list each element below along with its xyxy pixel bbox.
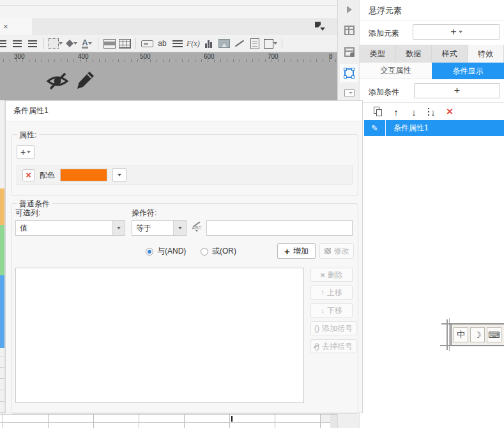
and-radio[interactable]: 与(AND) [146, 246, 186, 257]
radio-unselected-icon [201, 248, 208, 256]
condition-list-item-selected[interactable]: ✎ 条件属性1 [364, 120, 504, 136]
widget-dropdown-glyph [344, 89, 355, 96]
condition-value-input[interactable] [206, 220, 353, 236]
document-tab[interactable]: × [0, 18, 33, 35]
operator-select[interactable]: 等于 [132, 220, 187, 236]
chart-icon[interactable] [202, 36, 215, 50]
ime-keyboard-button[interactable]: ⌨ [487, 327, 501, 342]
dialog-body: 属性: + × 配色 普通条件 [6, 121, 362, 413]
move-up-label: 上移 [327, 287, 342, 298]
add-element-dropdown[interactable]: + [413, 24, 500, 40]
align-right-icon[interactable] [26, 36, 39, 50]
floating-element-panel-icon[interactable] [338, 64, 360, 82]
grid-cell[interactable] [321, 415, 330, 422]
design-canvas[interactable] [0, 62, 339, 100]
image-glyph [218, 39, 230, 48]
tab-type[interactable]: 类型 [360, 45, 396, 63]
formula-editor-icon[interactable]: ABC [190, 218, 204, 237]
align-right-glyph [28, 40, 37, 47]
text-ab-icon[interactable]: ab [156, 36, 169, 50]
align-left-glyph [0, 40, 6, 47]
toolbar-separator [282, 38, 282, 49]
merge-cells-icon[interactable] [103, 36, 116, 50]
operator-label: 操作符: [132, 208, 157, 218]
add-parentheses-button[interactable]: () 添加括号 [310, 321, 356, 335]
add-attribute-button[interactable]: + [17, 145, 34, 159]
shape-icon[interactable] [264, 36, 277, 50]
tab-style[interactable]: 样式 [432, 45, 468, 63]
delete-attribute-button[interactable]: × [22, 169, 34, 181]
arrow-down-icon: ↓ [321, 306, 325, 315]
ime-chinese-mode-button[interactable]: 中 [454, 327, 468, 342]
add-element-label: 添加元素 [369, 28, 399, 39]
ime-fullwidth-moon-button[interactable]: ☽ [470, 327, 485, 342]
dock-arrow-icon [320, 27, 325, 31]
dock-panel-icon[interactable] [315, 22, 325, 31]
chevron-down-icon [118, 174, 121, 176]
pencil-icon[interactable] [75, 70, 96, 91]
copy-glyph [374, 107, 383, 117]
add-condition-button[interactable]: + 增加 [277, 243, 316, 259]
copy-icon[interactable] [371, 105, 385, 119]
plus-icon: + [454, 85, 460, 96]
line-icon[interactable] [233, 36, 246, 50]
column-select[interactable]: 值 [15, 220, 125, 236]
row-line [0, 367, 4, 368]
collapse-panel-icon[interactable] [338, 6, 360, 13]
remove-parentheses-button[interactable]: () 去掉括号 [310, 339, 356, 353]
ime-toolbar: 中 ☽ ⌨ [450, 323, 504, 346]
align-center-icon[interactable] [11, 36, 24, 50]
subtab-interaction[interactable]: 交互属性 [360, 63, 432, 79]
color-dropdown-button[interactable] [112, 168, 126, 182]
widget-panel-icon[interactable] [338, 89, 360, 96]
report-block-icon[interactable] [248, 36, 261, 50]
row-indicator-orange [0, 188, 4, 225]
color-swatch[interactable] [60, 169, 107, 181]
tab-data[interactable]: 数据 [396, 45, 432, 63]
or-radio[interactable]: 或(OR) [201, 246, 236, 257]
dropdown-caret-icon [459, 31, 462, 33]
move-up-icon[interactable]: ↑ [389, 105, 403, 119]
cell-element-panel-icon[interactable] [338, 26, 360, 35]
data-column-panel-icon[interactable] [338, 47, 360, 57]
move-down-label: 下移 [327, 305, 342, 316]
delete-button[interactable]: × 删除 [310, 268, 353, 282]
divider [360, 102, 504, 103]
delete-condition-icon[interactable]: × [443, 105, 457, 119]
split-glyph [119, 39, 131, 49]
split-cells-icon[interactable] [118, 36, 131, 50]
formula-icon[interactable]: F(x) [187, 36, 200, 50]
eye-slash-icon[interactable] [46, 71, 69, 91]
dropdown-caret-icon [195, 230, 198, 232]
attributes-legend: 属性: [17, 130, 39, 141]
cell-element-glyph [344, 26, 355, 35]
move-up-button[interactable]: ↑ 上移 [310, 286, 353, 300]
triangle-right-glyph [347, 6, 352, 13]
fill-color-icon[interactable] [65, 36, 78, 50]
edit-pencil-icon[interactable]: ✎ [364, 120, 386, 136]
spreadsheet-grid[interactable] [0, 414, 339, 428]
move-down-icon[interactable]: ↓ [407, 105, 421, 119]
radio-selected-icon [146, 248, 153, 256]
image-icon[interactable] [218, 36, 231, 50]
sort-icon[interactable]: ↓ [425, 105, 439, 119]
column-select-value: 值 [16, 223, 27, 234]
add-condition-dropdown[interactable]: + [414, 83, 500, 98]
tab-effects[interactable]: 特效 [468, 45, 504, 63]
row-line [0, 401, 4, 402]
text-widget-icon[interactable] [141, 36, 153, 50]
paragraph-icon[interactable] [171, 36, 184, 50]
cell-border-icon[interactable] [49, 36, 63, 50]
subtab-condition-display[interactable]: 条件显示 [432, 63, 504, 79]
report-block-glyph [250, 38, 259, 49]
align-left-icon[interactable] [0, 36, 8, 50]
move-down-button[interactable]: ↓ 下移 [310, 303, 353, 317]
modify-condition-button[interactable]: 修改 [319, 243, 354, 259]
plus-icon: + [284, 246, 290, 257]
ruler-mark: 8 [329, 53, 333, 60]
toolbar-separator [43, 38, 44, 49]
tab-close-icon[interactable]: × [3, 22, 8, 31]
font-color-icon[interactable]: A [80, 36, 93, 50]
condition-list[interactable] [15, 268, 304, 403]
floating-element-panel: 悬浮元素 添加元素 + 类型 数据 样式 特效 交互属性 条件显示 添加条件 +… [360, 0, 504, 428]
